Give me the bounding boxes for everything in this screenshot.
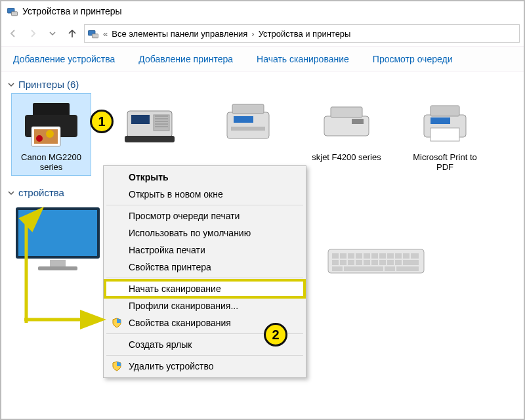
breadcrumb-part-1[interactable]: Все элементы панели управления: [112, 29, 247, 39]
device-label: Canon MG2200 series: [13, 153, 89, 173]
svg-rect-28: [38, 266, 77, 270]
chevron-down-icon: [8, 79, 17, 90]
svg-rect-30: [332, 253, 339, 259]
svg-rect-40: [411, 253, 419, 259]
svg-rect-27: [50, 260, 66, 266]
monitor-icon: [12, 203, 104, 276]
up-button[interactable]: [64, 26, 80, 41]
callout-badge-1: 1: [90, 110, 114, 133]
svg-rect-34: [364, 253, 370, 259]
device-label: skjet F4200 series: [312, 153, 381, 163]
device-item-keyboard[interactable]: [327, 243, 425, 278]
svg-point-9: [46, 130, 54, 138]
svg-rect-26: [18, 210, 97, 256]
ctx-open-new-window[interactable]: Открыть в новом окне: [105, 186, 304, 203]
group-label-devices: стройства: [18, 187, 64, 198]
svg-rect-42: [340, 260, 346, 265]
svg-rect-23: [430, 117, 450, 124]
svg-rect-16: [234, 116, 253, 123]
svg-rect-20: [352, 119, 364, 124]
breadcrumb-prefix: «: [102, 29, 109, 39]
ctx-scan-profiles[interactable]: Профили сканирования...: [105, 297, 304, 314]
forward-button[interactable]: [25, 26, 41, 41]
svg-rect-33: [356, 253, 362, 259]
printer-icon: [20, 98, 83, 150]
svg-rect-38: [395, 253, 402, 259]
svg-rect-44: [356, 260, 362, 265]
device-item-laser[interactable]: [209, 94, 287, 175]
svg-rect-49: [395, 260, 402, 265]
nav-row: « Все элементы панели управления › Устро…: [1, 21, 524, 46]
svg-rect-35: [371, 253, 378, 259]
group-header-printers[interactable]: Принтеры (6): [8, 79, 517, 90]
add-device-button[interactable]: Добавление устройства: [1, 54, 127, 64]
ctx-printing-prefs[interactable]: Настройка печати: [105, 242, 304, 259]
svg-rect-32: [348, 253, 354, 259]
svg-rect-22: [430, 106, 459, 116]
add-printer-button[interactable]: Добавление принтера: [127, 54, 245, 64]
shield-icon: [112, 361, 122, 371]
ctx-scan-props-label: Свойства сканирования: [129, 318, 231, 328]
window-title: Устройства и принтеры: [22, 6, 122, 16]
svg-rect-24: [430, 128, 459, 141]
printers-row: Canon MG2200 series: [8, 94, 517, 175]
svg-rect-13: [125, 136, 175, 142]
svg-rect-4: [33, 103, 70, 116]
svg-rect-11: [131, 115, 150, 124]
printer-icon: [217, 98, 280, 150]
svg-rect-51: [332, 266, 343, 271]
svg-rect-50: [403, 260, 419, 265]
group-label-printers: Принтеры: [18, 79, 64, 90]
ctx-start-scan[interactable]: Начать сканирование: [105, 280, 304, 297]
command-bar: Добавление устройства Добавление принтер…: [1, 46, 524, 72]
device-label: Microsoft Print to PDF: [407, 153, 483, 173]
view-queue-button[interactable]: Просмотр очереди: [361, 54, 465, 64]
address-bar[interactable]: « Все элементы панели управления › Устро…: [84, 24, 520, 43]
svg-rect-45: [364, 260, 370, 265]
keyboard-icon: [327, 243, 425, 276]
ctx-open[interactable]: Открыть: [105, 169, 304, 186]
svg-rect-53: [385, 266, 395, 271]
svg-rect-39: [403, 253, 410, 259]
ctx-printer-props[interactable]: Свойства принтера: [105, 259, 304, 276]
group-count-printers: (6): [67, 79, 79, 90]
device-item-fax[interactable]: [110, 94, 189, 175]
svg-point-8: [36, 135, 43, 142]
shield-icon: [112, 318, 122, 328]
window-titlebar: Устройства и принтеры: [1, 1, 524, 21]
printer-icon: [315, 98, 378, 150]
svg-rect-31: [340, 253, 346, 259]
svg-rect-46: [371, 260, 378, 265]
breadcrumb-part-2[interactable]: Устройства и принтеры: [259, 29, 351, 39]
annotation-arrow-2: [21, 310, 113, 329]
svg-rect-41: [332, 260, 339, 265]
ctx-set-default[interactable]: Использовать по умолчанию: [105, 224, 304, 242]
menu-separator: [106, 205, 303, 205]
svg-rect-43: [348, 260, 354, 265]
device-item-canon[interactable]: Canon MG2200 series: [12, 94, 91, 175]
svg-rect-17: [231, 127, 265, 131]
devices-icon: [87, 28, 99, 39]
svg-rect-48: [387, 260, 394, 265]
svg-rect-3: [93, 34, 98, 38]
chevron-down-icon: [8, 187, 17, 198]
printer-icon: [413, 98, 476, 150]
recent-dropdown-button[interactable]: [45, 26, 60, 41]
svg-rect-52: [344, 266, 383, 271]
device-item-hp[interactable]: skjet F4200 series: [307, 94, 386, 175]
svg-rect-47: [379, 260, 386, 265]
start-scan-button[interactable]: Начать сканирование: [245, 54, 361, 64]
svg-rect-37: [387, 253, 394, 259]
svg-rect-19: [331, 107, 362, 117]
ctx-view-queue[interactable]: Просмотр очереди печати: [105, 207, 304, 224]
device-item-monitor[interactable]: [12, 203, 104, 278]
menu-separator: [106, 278, 303, 278]
menu-separator: [106, 355, 303, 356]
device-item-pdf[interactable]: Microsoft Print to PDF: [406, 94, 484, 175]
ctx-remove-device-label: Удалить устройство: [129, 361, 213, 371]
svg-rect-12: [154, 115, 169, 131]
svg-rect-36: [379, 253, 386, 259]
back-button[interactable]: [5, 26, 21, 41]
svg-rect-1: [12, 12, 18, 16]
ctx-remove-device[interactable]: Удалить устройство: [105, 358, 304, 375]
